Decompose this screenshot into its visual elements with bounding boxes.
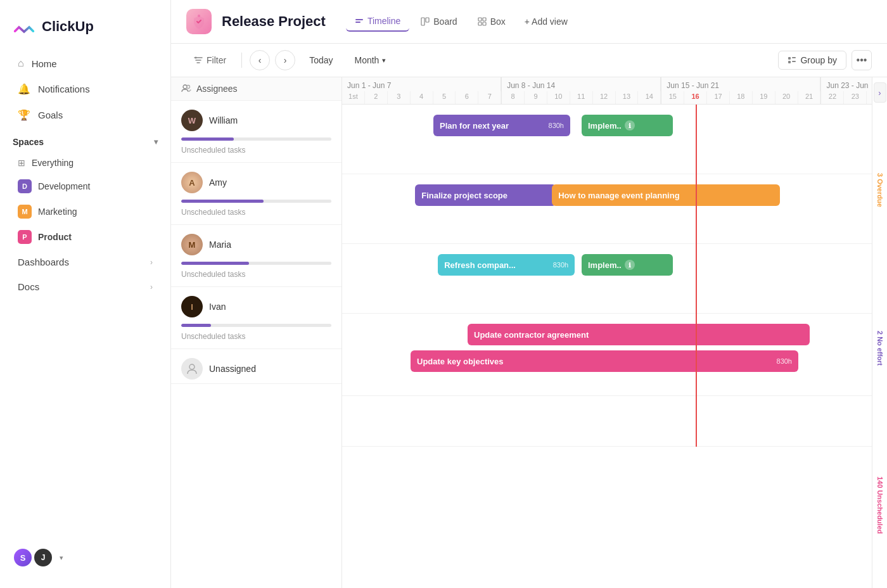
tab-timeline[interactable]: Timeline [346, 11, 409, 32]
task-finalize-scope[interactable]: Finalize project scope [415, 184, 556, 206]
svg-rect-11 [788, 61, 791, 63]
day-22: 22 [821, 91, 844, 104]
home-label: Home [32, 58, 57, 69]
sidebar-item-marketing[interactable]: M Marketing [5, 200, 165, 224]
progress-bar-william [181, 137, 331, 141]
day-13: 13 [616, 91, 639, 104]
task-refresh-company[interactable]: Refresh compan... 830h [438, 254, 575, 276]
today-button[interactable]: Today [300, 51, 341, 69]
month-button[interactable]: Month ▾ [347, 51, 393, 69]
task-label: Update contractor agreement [474, 330, 589, 340]
svg-rect-10 [788, 57, 791, 60]
label-overdue[interactable]: 3 Overdue [874, 113, 886, 268]
task-plan-next-year[interactable]: Plan for next year 830h [433, 115, 570, 136]
task-label: Refresh compan... [444, 260, 516, 270]
task-contractor[interactable]: Update contractor agreement [468, 324, 810, 345]
day-labels-4: 22 23 24 25 [821, 91, 872, 104]
filter-icon [194, 56, 203, 65]
task-key-objectives[interactable]: Update key objectives 830h [411, 350, 798, 372]
task-label: How to manage event planning [558, 191, 679, 200]
task-implement-maria[interactable]: Implem.. ℹ [582, 254, 673, 276]
assignee-name-unassigned: Unassigned [209, 364, 256, 374]
more-options-button[interactable]: ••• [852, 50, 872, 70]
filter-label: Filter [207, 55, 226, 65]
spaces-collapse-icon[interactable]: ▾ [154, 137, 158, 146]
month-dropdown-icon: ▾ [382, 56, 386, 65]
assignee-name-ivan: Ivan [209, 302, 226, 312]
day-3: 3 [388, 91, 411, 104]
assignee-row-ivan: I Ivan Unscheduled tasks [171, 287, 341, 349]
sidebar-item-dashboards[interactable]: Dashboards › [5, 250, 165, 274]
project-title: Release Project [222, 13, 326, 30]
avatar-unassigned [181, 358, 203, 380]
progress-fill-ivan [181, 324, 211, 327]
sidebar-item-goals[interactable]: 🏆 Goals [5, 103, 165, 127]
day-9: 9 [525, 91, 547, 104]
label-unscheduled[interactable]: 140 Unscheduled [874, 428, 886, 583]
add-view-button[interactable]: + Add view [517, 11, 575, 32]
calendar-rows: Plan for next year 830h Implem.. ℹ [342, 105, 872, 447]
next-arrow[interactable]: › [275, 50, 295, 70]
svg-point-0 [198, 15, 200, 17]
sidebar-item-notifications[interactable]: 🔔 Notifications [5, 77, 165, 101]
progress-fill-maria [181, 262, 249, 265]
main-header: Release Project Timeline Board [171, 0, 887, 44]
info-icon: ℹ [625, 120, 635, 131]
tab-box[interactable]: Box [469, 11, 514, 32]
sidebar-item-home[interactable]: ⌂ Home [5, 51, 165, 75]
week-label-1: Jun 1 - Jun 7 [342, 77, 501, 91]
week-3: Jun 15 - Jun 21 15 16 17 18 19 20 21 [661, 77, 821, 104]
sidebar-item-product[interactable]: P Product [5, 225, 165, 249]
svg-point-9 [195, 57, 197, 59]
svg-rect-1 [355, 19, 363, 20]
assignee-row-maria: M Maria Unscheduled tasks [171, 225, 341, 287]
task-implement-william[interactable]: Implem.. ℹ [582, 115, 673, 136]
right-labels-panel: › 3 Overdue 2 No effort 140 Unscheduled [872, 77, 887, 588]
unscheduled-label-amy: Unscheduled tasks [171, 205, 341, 224]
avatar-ivan: I [181, 296, 203, 317]
day-19: 19 [753, 91, 775, 104]
unscheduled-label-maria: Unscheduled tasks [171, 267, 341, 286]
spaces-section-header: Spaces ▾ [0, 128, 170, 152]
svg-rect-3 [421, 18, 424, 25]
unassigned-icon [186, 362, 198, 375]
progress-bar-amy [181, 200, 331, 203]
sidebar-item-development[interactable]: D Development [5, 174, 165, 198]
tab-board[interactable]: Board [412, 11, 466, 32]
assignee-panel: Assignees W William Unscheduled tasks A [171, 77, 342, 588]
svg-rect-4 [426, 18, 429, 22]
svg-rect-13 [792, 61, 796, 62]
prev-arrow[interactable]: ‹ [250, 50, 270, 70]
cal-row-william: Plan for next year 830h Implem.. ℹ [342, 105, 872, 174]
svg-rect-5 [478, 18, 482, 21]
logo-area: ClickUp [0, 10, 170, 51]
task-manage-event[interactable]: How to manage event planning [552, 184, 780, 206]
collapse-panel-button[interactable]: › [874, 82, 886, 103]
cal-row-unassigned [342, 396, 872, 447]
trophy-icon: 🏆 [18, 109, 30, 121]
day-1: 1st [342, 91, 365, 104]
unscheduled-label-ivan: Unscheduled tasks [171, 329, 341, 348]
avatar-j[interactable]: J [33, 547, 53, 568]
assignee-row-william: W William Unscheduled tasks [171, 101, 341, 163]
sidebar-item-docs[interactable]: Docs › [5, 275, 165, 298]
view-tabs: Timeline Board Box + Add view [346, 11, 575, 32]
week-2: Jun 8 - Jun 14 8 9 10 11 12 13 14 [502, 77, 661, 104]
label-no-effort[interactable]: 2 No effort [874, 271, 886, 426]
user-dropdown-icon[interactable]: ▾ [60, 554, 63, 562]
week-4: Jun 23 - Jun 22 23 24 25 [821, 77, 872, 104]
day-20: 20 [775, 91, 798, 104]
sidebar-item-everything[interactable]: ⊞ Everything [5, 153, 165, 173]
avatar-s[interactable]: S [13, 547, 33, 568]
group-by-button[interactable]: Group by [778, 51, 846, 70]
more-dots-icon: ••• [857, 54, 867, 66]
task-label: Implem.. [588, 121, 622, 131]
task-label: Update key objectives [417, 357, 504, 366]
filter-button[interactable]: Filter [186, 51, 234, 69]
timeline-area: Assignees W William Unscheduled tasks A [171, 77, 887, 588]
toolbar-divider-1 [241, 53, 242, 68]
day-labels-1: 1st 2 3 4 5 6 7 [342, 91, 501, 104]
task-time-objectives: 830h [772, 357, 792, 365]
day-labels-2: 8 9 10 11 12 13 14 [502, 91, 661, 104]
chevron-right-icon: › [150, 258, 153, 267]
